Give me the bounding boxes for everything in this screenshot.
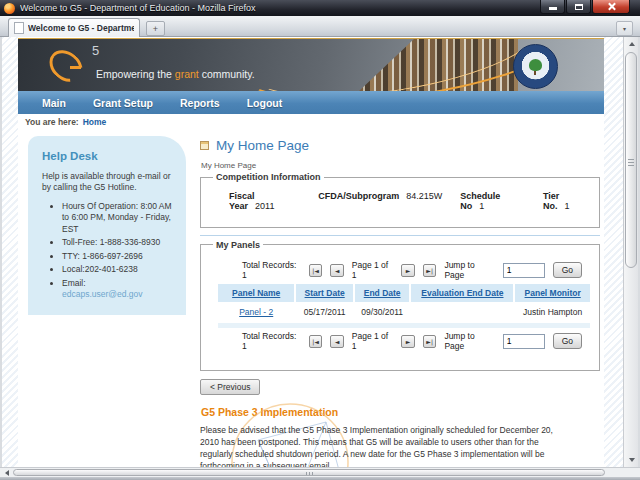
nav-item-grant-setup[interactable]: Grant Setup	[93, 97, 153, 109]
field-value: 1	[564, 201, 569, 211]
field-label: Fiscal Year	[229, 191, 255, 211]
last-page-button[interactable]: ►|	[423, 335, 436, 348]
notice-body: Please be advised that the G5 Phase 3 Im…	[200, 424, 570, 467]
scroll-up-button[interactable]	[624, 37, 639, 51]
prev-page-button[interactable]: ◄	[330, 264, 343, 277]
first-page-button[interactable]: |◄	[309, 264, 322, 277]
horizontal-scrollbar[interactable]	[0, 467, 640, 477]
next-page-button[interactable]: ►	[401, 264, 414, 277]
scroll-left-icon	[5, 470, 9, 476]
jump-to-page-input[interactable]	[503, 334, 545, 349]
field-value: 84.215W	[406, 191, 442, 201]
page-status: Page 1 of 1	[352, 260, 394, 280]
new-tab-button[interactable]: +	[146, 21, 165, 36]
competition-information-fieldset: Competition Information Fiscal Year2011 …	[200, 172, 600, 228]
browser-window: Welcome to G5 - Department of Education …	[0, 0, 640, 480]
field-value: 1	[479, 201, 484, 211]
page-title: My Home Page	[216, 138, 309, 153]
page-favicon-icon	[14, 22, 24, 34]
column-header-panel-name[interactable]: Panel Name	[218, 284, 294, 302]
tab-strip: Welcome to G5 - Department of Edu... + ▾	[0, 16, 640, 37]
scroll-down-icon	[629, 458, 635, 462]
prev-page-button[interactable]: ◄	[330, 335, 343, 348]
nav-item-main[interactable]: Main	[42, 97, 66, 109]
previous-button[interactable]: < Previous	[200, 379, 260, 395]
window-title: Welcome to G5 - Department of Education …	[20, 3, 540, 13]
pager-top: Total Records: 1 |◄ ◄ Page 1 of 1 ► ►| J…	[218, 257, 582, 284]
seal-tree-icon	[529, 59, 542, 71]
list-item: Toll-Free: 1-888-336-8930	[62, 237, 177, 248]
page-title-icon	[200, 141, 209, 150]
panel-link[interactable]: Panel - 2	[218, 304, 294, 321]
page-right-margin	[604, 37, 623, 467]
list-item: Hours Of Operation: 8:00 AM to 6:00 PM, …	[62, 201, 177, 235]
window-titlebar: Welcome to G5 - Department of Education …	[0, 0, 640, 16]
g5-logo-g-icon	[43, 44, 89, 89]
tab-title: Welcome to G5 - Department of Edu...	[28, 23, 134, 33]
vertical-scrollbar-thumb[interactable]	[625, 52, 637, 268]
go-button[interactable]: Go	[553, 262, 582, 278]
close-icon	[607, 2, 616, 11]
close-button[interactable]	[592, 0, 630, 14]
total-records: Total Records: 1	[242, 260, 301, 280]
main-column: My Home Page My Home Page Competition In…	[200, 130, 600, 467]
nav-item-logout[interactable]: Logout	[247, 97, 283, 109]
breadcrumb: You are here: Home	[18, 114, 604, 130]
panels-table: Panel Name Start Date End Date Evaluatio…	[218, 284, 582, 328]
next-page-button[interactable]: ►	[401, 335, 414, 348]
column-header-start-date[interactable]: Start Date	[296, 284, 352, 302]
field-label: CFDA/Subprogram	[318, 191, 399, 201]
first-page-button[interactable]: |◄	[309, 335, 322, 348]
table-cell: 09/30/2011	[355, 304, 410, 321]
column-header-evaluation-end-date[interactable]: Evaluation End Date	[411, 284, 513, 302]
scroll-down-button[interactable]	[624, 453, 639, 467]
jump-to-page-label: Jump to Page	[444, 331, 494, 351]
firefox-icon	[4, 3, 15, 14]
tab-welcome-to-g5[interactable]: Welcome to G5 - Department of Edu...	[8, 18, 140, 37]
minimize-button[interactable]	[540, 0, 565, 14]
scrollbar-grip-icon	[628, 159, 634, 160]
jump-to-page-label: Jump to Page	[444, 260, 494, 280]
table-cell: Justin Hampton	[515, 304, 590, 321]
help-desk-panel: Help Desk Help is available through e-ma…	[28, 136, 186, 315]
scroll-left-button[interactable]	[1, 469, 12, 477]
horizontal-scrollbar-thumb[interactable]	[13, 469, 605, 476]
total-records: Total Records: 1	[242, 331, 301, 351]
field-value: 2011	[255, 201, 274, 211]
last-page-button[interactable]: ►|	[423, 264, 436, 277]
list-item: TTY: 1-866-697-2696	[62, 251, 177, 262]
g5-logo: 5	[48, 44, 118, 88]
section-divider	[200, 235, 600, 236]
column-header-end-date[interactable]: End Date	[355, 284, 410, 302]
list-item: Local:202-401-6238	[62, 264, 177, 275]
main-nav: Main Grant Setup Reports Logout	[18, 91, 604, 114]
page-left-margin	[2, 37, 18, 467]
breadcrumb-home-link[interactable]: Home	[83, 117, 107, 127]
vertical-scrollbar[interactable]	[623, 37, 638, 467]
maximize-button[interactable]	[566, 0, 591, 14]
table-cell: 05/17/2011	[296, 304, 352, 321]
department-of-education-seal	[513, 44, 558, 89]
header-banner: 5 Empowering the grant community.	[18, 38, 604, 92]
email-link[interactable]: edcaps.user@ed.gov	[62, 289, 177, 300]
go-button[interactable]: Go	[553, 333, 582, 349]
scroll-up-icon	[629, 42, 635, 46]
competition-legend: Competition Information	[213, 172, 324, 182]
my-panels-fieldset: My Panels Total Records: 1 |◄ ◄ Page 1 o…	[200, 240, 600, 372]
help-desk-list: Hours Of Operation: 8:00 AM to 6:00 PM, …	[40, 201, 177, 301]
table-empty-row	[218, 323, 590, 328]
table-cell	[411, 304, 513, 321]
help-desk-intro: Help is available through e-mail or by c…	[42, 171, 177, 194]
nav-item-reports[interactable]: Reports	[180, 97, 220, 109]
breadcrumb-prefix: You are here:	[25, 117, 79, 127]
page-subtitle: My Home Page	[201, 161, 600, 170]
column-header-panel-monitor[interactable]: Panel Monitor	[515, 284, 590, 302]
page-status: Page 1 of 1	[352, 331, 394, 351]
list-tabs-button[interactable]: ▾	[616, 21, 633, 36]
help-desk-title: Help Desk	[42, 150, 177, 162]
pager-bottom: Total Records: 1 |◄ ◄ Page 1 of 1 ► ►| J…	[218, 328, 582, 355]
list-item-email: Email: edcaps.user@ed.gov	[62, 278, 177, 301]
page-viewport: 5 Empowering the grant community. Main G…	[0, 37, 623, 467]
my-panels-legend: My Panels	[213, 240, 263, 250]
jump-to-page-input[interactable]	[503, 263, 545, 278]
